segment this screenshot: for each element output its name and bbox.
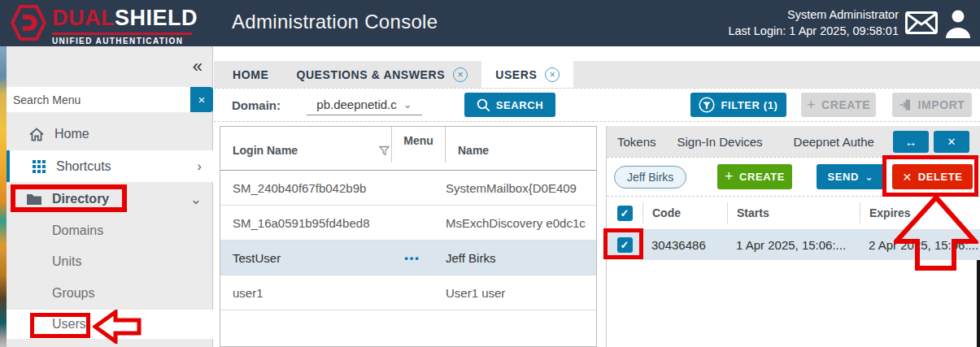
sidebar-item-label: Shortcuts (56, 159, 111, 174)
code-cell: 30436486 (642, 238, 727, 252)
column-filter-icon[interactable] (379, 145, 390, 156)
detail-tab-signin-devices[interactable]: Sign-In Devices (677, 135, 763, 149)
search-button-label: SEARCH (496, 99, 544, 111)
close-tab-icon[interactable]: × (545, 67, 560, 82)
sidebar-collapse-icon[interactable]: « (193, 56, 203, 77)
brand-name: DUALSHIELD (52, 6, 198, 30)
name-cell: User1 user (446, 286, 596, 300)
user-row[interactable]: SM_16a0591b95fd4bed8 MsExchDiscovery e0d… (220, 206, 596, 241)
import-button[interactable]: IMPORT (892, 93, 972, 117)
tab-label: USERS (495, 68, 537, 81)
user-list-header: Login Name Menu Name (220, 127, 596, 171)
delete-token-label: DELETE (918, 171, 963, 183)
sidebar-item-shortcuts[interactable]: Shortcuts › (7, 150, 213, 182)
token-row-selected[interactable]: ✓ 30436486 1 Apr 2025, 15:06:... 2 Apr 2… (607, 229, 980, 260)
column-header-expires[interactable]: Expires (860, 202, 980, 223)
sidebar-item-units[interactable]: Units (7, 246, 213, 277)
detail-tab-tokens[interactable]: Tokens (617, 135, 656, 149)
login-name-cell: SM_240b40f67fb042b9b (220, 181, 379, 195)
user-profile-icon[interactable] (943, 7, 973, 38)
search-button[interactable]: SEARCH (464, 93, 555, 117)
chevron-down-icon: ⌄ (403, 98, 412, 111)
starts-cell: 1 Apr 2025, 15:06:... (727, 238, 860, 252)
chevron-right-icon: › (197, 158, 202, 175)
sidebar-item-label: Directory (52, 192, 109, 206)
sidebar-item-label: Units (52, 254, 81, 269)
domain-dropdown[interactable]: pb.deepnetid.c ⌄ (307, 94, 422, 115)
create-button-label: CREATE (821, 98, 870, 111)
token-table-header: ✓ Code Starts Expires (607, 197, 980, 229)
column-header-menu: Menu (391, 127, 446, 163)
tab-label: QUESTIONS & ANSWERS (296, 68, 445, 81)
search-icon (477, 98, 490, 112)
filter-icon (699, 97, 715, 113)
column-header-login-name[interactable]: Login Name (233, 144, 298, 157)
column-header-code[interactable]: Code (642, 202, 727, 223)
user-row[interactable]: user1 User1 user (220, 275, 596, 310)
folder-icon (27, 193, 41, 205)
tab-home[interactable]: HOME (219, 61, 282, 88)
user-row-selected[interactable]: TestUser ••• Jeff Birks (220, 241, 596, 275)
dualshield-logo-icon (10, 5, 47, 41)
brand-shield: SHIELD (115, 6, 198, 30)
send-label: SEND (827, 171, 859, 183)
user-list-panel: Login Name Menu Name SM_240b40f67fb042b9… (220, 126, 597, 347)
detail-tab-deepnet-authenticators[interactable]: Deepnet Authe (794, 135, 874, 149)
row-checkbox[interactable]: ✓ (617, 237, 633, 253)
window-edge-artifact (977, 260, 980, 347)
sidebar-item-domains[interactable]: Domains (7, 215, 213, 246)
select-all-checkbox[interactable]: ✓ (617, 206, 633, 221)
sidebar-item-label: Users (52, 317, 86, 332)
user-name: System Administrator (728, 7, 899, 23)
user-detail-panel: Tokens Sign-In Devices Deepnet Authe ↔ ✕… (606, 126, 980, 347)
home-icon (29, 128, 44, 141)
workspace-tabbar: HOME QUESTIONS & ANSWERS × USERS × (214, 61, 980, 88)
row-menu-icon[interactable]: ••• (379, 252, 446, 264)
login-name-cell: user1 (220, 286, 379, 300)
page-title: Administration Console (232, 11, 438, 33)
sidebar-item-label: Groups (52, 286, 94, 301)
import-icon (899, 98, 912, 111)
create-token-button[interactable]: + CREATE (717, 164, 792, 189)
selected-user-chip[interactable]: Jeff Birks (614, 166, 686, 189)
domain-label: Domain: (232, 98, 281, 112)
mail-icon[interactable] (905, 11, 938, 34)
chevron-down-icon: ⌄ (190, 191, 202, 208)
grid-icon (33, 160, 46, 173)
column-header-starts[interactable]: Starts (727, 202, 860, 223)
sidebar-item-label: Home (54, 127, 89, 141)
panel-close-button[interactable]: ✕ (934, 131, 969, 153)
close-icon: ✕ (947, 136, 956, 148)
search-menu-input[interactable] (7, 87, 190, 112)
domain-value: pb.deepnetid.c (316, 98, 396, 111)
desktop-wallpaper-strip (0, 46, 7, 347)
close-tab-icon[interactable]: × (453, 67, 468, 82)
import-button-label: IMPORT (917, 98, 965, 111)
user-row[interactable]: SM_240b40f67fb042b9b SystemMailbox{D0E40… (220, 171, 596, 206)
logged-in-user-info: System Administrator Last Login: 1 Apr 2… (728, 7, 899, 39)
sidebar-item-groups[interactable]: Groups (7, 278, 213, 309)
x-icon: ✕ (902, 171, 912, 184)
tab-users[interactable]: USERS × (481, 61, 573, 88)
tokens-toolbar: Jeff Birks + CREATE SEND ⌄ ✕ DELETE (607, 157, 980, 197)
sidebar-item-users[interactable]: Users (7, 310, 213, 339)
brand-underline (52, 33, 192, 35)
sidebar: « × Home Shortcuts › Directory ⌄ (7, 46, 213, 347)
name-cell: SystemMailbox{D0E409 (446, 181, 596, 195)
delete-token-button[interactable]: ✕ DELETE (892, 164, 973, 189)
search-clear-button[interactable]: × (190, 87, 213, 112)
plus-icon: + (725, 168, 734, 185)
dualshield-admin-console: DUALSHIELD UNIFIED AUTHENTICATION Admini… (0, 0, 980, 347)
sidebar-item-home[interactable]: Home (7, 119, 213, 150)
send-token-button[interactable]: SEND ⌄ (817, 164, 885, 189)
column-header-name[interactable]: Name (458, 144, 489, 157)
sidebar-item-directory[interactable]: Directory ⌄ (7, 184, 213, 215)
create-token-label: CREATE (739, 171, 785, 183)
brand-dual: DUAL (52, 6, 115, 30)
tab-questions-answers[interactable]: QUESTIONS & ANSWERS × (282, 61, 481, 88)
filter-button[interactable]: FILTER (1) (690, 93, 786, 117)
create-user-button[interactable]: + CREATE (801, 93, 876, 117)
plus-icon: + (807, 97, 816, 114)
panel-expand-button[interactable]: ↔ (893, 131, 929, 153)
tab-label: HOME (233, 68, 268, 81)
